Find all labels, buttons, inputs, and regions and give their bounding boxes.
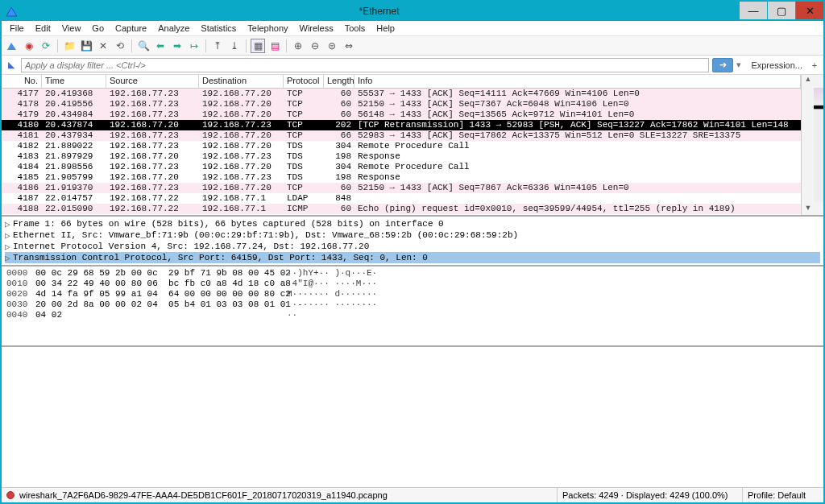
add-filter-button[interactable]: + <box>809 60 820 70</box>
menu-capture[interactable]: Capture <box>110 23 151 34</box>
title-bar: *Ethernet — ▢ ✕ <box>2 2 823 21</box>
packet-row[interactable]: 418120.437934192.168.77.23192.168.77.20T… <box>2 130 801 141</box>
filter-dropdown-icon[interactable]: ▾ <box>736 60 744 70</box>
packet-row[interactable]: 418020.437874192.168.77.20192.168.77.23T… <box>2 120 801 130</box>
zoom-in-icon[interactable]: ⊕ <box>291 39 305 53</box>
menu-edit[interactable]: Edit <box>31 23 56 34</box>
expression-button[interactable]: Expression... <box>748 60 806 70</box>
toolbar-separator <box>205 39 206 52</box>
packet-minimap[interactable] <box>814 88 823 202</box>
packet-bytes-pane[interactable]: 000000 0c 29 68 59 2b 00 0c 29 bf 71 9b … <box>2 266 823 347</box>
status-file[interactable]: wireshark_7A2F6AD6-9829-47FE-AAA4-DE5DB1… <box>2 488 558 502</box>
menu-analyze[interactable]: Analyze <box>153 23 194 34</box>
close-file-icon[interactable]: ✕ <box>96 39 110 53</box>
packet-scrollbar[interactable]: ▲ ▼ <box>801 75 823 215</box>
bookmark-icon[interactable]: ◣ <box>5 59 18 72</box>
packet-row[interactable]: 418221.889022192.168.77.23192.168.77.20T… <box>2 141 801 151</box>
zoom-out-icon[interactable]: ⊖ <box>308 39 322 53</box>
menu-wireless[interactable]: Wireless <box>295 23 338 34</box>
shark-fin-icon[interactable] <box>5 39 19 53</box>
toolbar-separator <box>286 39 287 52</box>
menu-view[interactable]: View <box>57 23 86 34</box>
hex-row[interactable]: 00204d 14 fa 9f 05 99 a1 04 64 00 00 00 … <box>6 289 819 300</box>
empty-area <box>2 347 823 487</box>
filter-toolbar: ◣ ➔ ▾ Expression... + <box>2 56 823 75</box>
capture-file-label: wireshark_7A2F6AD6-9829-47FE-AAA4-DE5DB1… <box>19 490 388 500</box>
packet-row[interactable]: 418421.898556192.168.77.23192.168.77.20T… <box>2 162 801 172</box>
last-packet-icon[interactable]: ⤓ <box>227 39 242 53</box>
packet-list-pane: No.TimeSourceDestinationProtocolLengthIn… <box>2 75 823 217</box>
wireshark-logo-icon <box>5 4 19 19</box>
packet-row[interactable]: 417720.419368192.168.77.23192.168.77.20T… <box>2 89 801 99</box>
hex-row[interactable]: 001000 34 22 49 40 00 80 06 bc fb c0 a8 … <box>6 279 819 289</box>
menu-help[interactable]: Help <box>371 23 400 34</box>
packet-row[interactable]: 418521.905799192.168.77.20192.168.77.23T… <box>2 172 801 183</box>
packet-list-header[interactable]: No.TimeSourceDestinationProtocolLengthIn… <box>2 75 801 89</box>
expert-info-icon[interactable] <box>6 491 15 499</box>
find-icon[interactable]: 🔍 <box>136 39 151 53</box>
main-toolbar: ◉ ⟳ 📁 💾 ✕ ⟲ 🔍 ⬅ ➡ ↦ ⤒ ⤓ ▦ ▤ ⊕ ⊖ ⊜ ⇔ <box>2 36 823 56</box>
resize-columns-icon[interactable]: ⇔ <box>342 39 356 53</box>
menu-file[interactable]: File <box>5 23 29 34</box>
display-filter-input[interactable] <box>21 58 709 72</box>
detail-tree-row[interactable]: ▷Transmission Control Protocol, Src Port… <box>5 252 820 263</box>
column-header[interactable]: Info <box>354 75 801 88</box>
packet-row[interactable]: 418722.014757192.168.77.22192.168.77.1LD… <box>2 193 801 204</box>
apply-filter-button[interactable]: ➔ <box>712 58 733 72</box>
menu-telephony[interactable]: Telephony <box>243 23 292 34</box>
reload-icon[interactable]: ⟲ <box>113 39 127 53</box>
packet-row[interactable]: 418621.919370192.168.77.23192.168.77.20T… <box>2 183 801 193</box>
status-bar: wireshark_7A2F6AD6-9829-47FE-AAA4-DE5DB1… <box>2 487 823 502</box>
detail-tree-row[interactable]: ▷Ethernet II, Src: Vmware_bf:71:9b (00:0… <box>5 229 820 241</box>
expand-icon[interactable]: ▷ <box>5 242 13 252</box>
open-file-icon[interactable]: 📁 <box>62 39 77 53</box>
column-header[interactable]: No. <box>2 75 42 88</box>
prev-packet-icon[interactable]: ⬅ <box>153 39 168 53</box>
auto-scroll-icon[interactable]: ▦ <box>251 39 265 53</box>
column-header[interactable]: Time <box>42 75 106 88</box>
column-header[interactable]: Length <box>324 75 354 88</box>
go-to-icon[interactable]: ↦ <box>187 39 201 53</box>
window-controls: — ▢ ✕ <box>739 2 823 21</box>
zoom-reset-icon[interactable]: ⊜ <box>325 39 339 53</box>
toolbar-separator <box>57 39 58 52</box>
packet-details-pane[interactable]: ▷Frame 1: 66 bytes on wire (528 bits), 6… <box>2 217 823 266</box>
menu-tools[interactable]: Tools <box>340 23 371 34</box>
scroll-up-icon[interactable]: ▲ <box>803 75 813 86</box>
detail-tree-row[interactable]: ▷Frame 1: 66 bytes on wire (528 bits), 6… <box>5 218 820 229</box>
close-button[interactable]: ✕ <box>796 2 823 19</box>
first-packet-icon[interactable]: ⤒ <box>210 39 225 53</box>
column-header[interactable]: Protocol <box>284 75 324 88</box>
packet-list-body[interactable]: 417720.419368192.168.77.23192.168.77.20T… <box>2 89 801 214</box>
colorize-icon[interactable]: ▤ <box>267 39 282 53</box>
save-file-icon[interactable]: 💾 <box>79 39 93 53</box>
restart-capture-icon[interactable]: ⟳ <box>39 39 53 53</box>
packet-row[interactable]: 418822.015090192.168.77.22192.168.77.1IC… <box>2 204 801 214</box>
hex-row[interactable]: 000000 0c 29 68 59 2b 00 0c 29 bf 71 9b … <box>6 268 819 279</box>
scroll-down-icon[interactable]: ▼ <box>803 204 813 215</box>
minimize-button[interactable]: — <box>740 2 767 19</box>
toolbar-separator <box>131 39 132 52</box>
app-window: *Ethernet — ▢ ✕ FileEditViewGoCaptureAna… <box>0 0 825 504</box>
menu-statistics[interactable]: Statistics <box>196 23 241 34</box>
expand-icon[interactable]: ▷ <box>5 219 13 229</box>
status-packets: Packets: 4249 · Displayed: 4249 (100.0%) <box>558 488 743 502</box>
packet-row[interactable]: 417920.434984192.168.77.23192.168.77.20T… <box>2 109 801 120</box>
column-header[interactable]: Source <box>106 75 199 88</box>
packet-list[interactable]: No.TimeSourceDestinationProtocolLengthIn… <box>2 75 801 215</box>
detail-tree-row[interactable]: ▷Internet Protocol Version 4, Src: 192.1… <box>5 241 820 252</box>
expand-icon[interactable]: ▷ <box>5 230 13 241</box>
next-packet-icon[interactable]: ➡ <box>170 39 184 53</box>
maximize-button[interactable]: ▢ <box>768 2 795 19</box>
column-header[interactable]: Destination <box>199 75 284 88</box>
toolbar-separator <box>246 39 247 52</box>
packet-row[interactable]: 418321.897929192.168.77.20192.168.77.23T… <box>2 151 801 162</box>
hex-row[interactable]: 004004 02·· <box>6 310 819 320</box>
hex-row[interactable]: 003020 00 2d 8a 00 00 02 04 05 b4 01 03 … <box>6 300 819 310</box>
packet-row[interactable]: 417820.419556192.168.77.23192.168.77.20T… <box>2 99 801 109</box>
window-title: *Ethernet <box>19 6 739 17</box>
menu-go[interactable]: Go <box>87 23 109 34</box>
expand-icon[interactable]: ▷ <box>5 253 13 263</box>
status-profile[interactable]: Profile: Default <box>743 488 823 502</box>
stop-capture-icon[interactable]: ◉ <box>22 39 36 53</box>
